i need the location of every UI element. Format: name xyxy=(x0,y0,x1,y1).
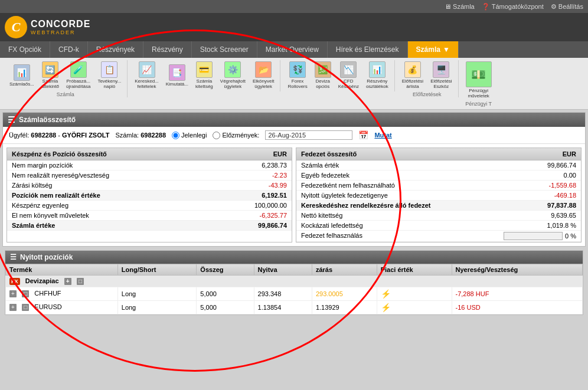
toolbar-arlista-btn[interactable]: 💰 Előfizetésiárlista xyxy=(400,60,426,90)
table-row: + □ CHFHUF Long 5,000 293.348 293.0005 ⚡… xyxy=(6,287,583,300)
col-row-0: Számla érték 99,866.74 xyxy=(296,160,581,171)
col-piaci-ertek: Piaci érték xyxy=(377,264,452,276)
product-eurusd: EURUSD xyxy=(34,303,61,310)
col-longshort: Long/Short xyxy=(117,264,197,276)
toolbar-attekinto-btn[interactable]: 🔄 Számlaáttekintő xyxy=(39,60,61,90)
col-row-1: Egyéb fedezetek 0.00 xyxy=(296,171,581,181)
lightning-chfhuf: ⚡ xyxy=(381,289,391,299)
date-input[interactable] xyxy=(265,130,352,140)
row-expand-btn-eurusd[interactable]: + xyxy=(9,304,17,311)
cash-row-6: Számla értéke 99,866.74 xyxy=(7,221,292,231)
row-icon-chfhuf[interactable]: □ xyxy=(22,290,29,297)
col-row-2: Fedezetként nem felhasználható -1,559.68 xyxy=(296,181,581,191)
col-zaras: zárás xyxy=(312,264,377,276)
history-radio-label[interactable]: Előzmények: xyxy=(213,132,259,139)
open-eurusd: 1.13854 xyxy=(254,300,312,314)
top-bar-account[interactable]: 🖥 Számla xyxy=(445,3,475,10)
top-bar-support[interactable]: ❓ Támogatóközpont xyxy=(482,3,544,11)
toolbar-group-reports: 📈 Keresked...feltételek 📑 Kimutatá... 💳 … xyxy=(129,60,280,91)
toolbar-group5-label: Pénzügyi T xyxy=(465,101,492,107)
toolbar-szamlaos-btn[interactable]: 📊 Számlaős... xyxy=(7,63,37,88)
longshort-eurusd: Long xyxy=(117,300,197,314)
toolbar-group-penzugyi: 💵 Pénzügyiműveletek Pénzügyi T xyxy=(460,60,498,107)
lightning-eurusd: ⚡ xyxy=(381,303,391,312)
toolbar-group1-label: Számla xyxy=(57,91,74,97)
toolbar-cfd-btn[interactable]: 📉 CFDKészpénz xyxy=(336,60,361,90)
nav-stock-screener[interactable]: Stock Screener xyxy=(192,41,257,58)
toolbar-kitettség-btn[interactable]: 💳 Számlakitettség xyxy=(193,60,215,90)
mutat-button[interactable]: Mutat xyxy=(374,132,391,139)
calendar-icon[interactable]: 📅 xyxy=(358,130,368,140)
nav-szamla[interactable]: Számla ▼ xyxy=(408,41,459,58)
positions-table-header: Termék Long/Short Összeg Nyitva zárás Pi… xyxy=(6,264,583,276)
table-row: + □ EURUSD Long 5,000 1.13854 1.13929 ⚡ … xyxy=(6,300,583,314)
positions-title: Nyitott pozíciók xyxy=(20,253,73,261)
cash-row-5: El nem könyvelt műveletek -6,325.77 xyxy=(7,211,292,221)
section-icon: ☰ xyxy=(8,115,15,124)
section-title: Számlaösszesítő xyxy=(19,116,76,124)
positions-panel: ☰ Nyitott pozíciók Termék Long/Short Öss… xyxy=(5,250,583,315)
cash-row-1: Nem realizált nyereség/veszteség -2.23 xyxy=(7,171,292,181)
current-radio-label[interactable]: Jelenlegi xyxy=(172,132,207,139)
nav-cfd[interactable]: CFD-k xyxy=(50,41,88,58)
row-expand-btn-chfhuf[interactable]: + xyxy=(9,290,17,297)
expand-btn[interactable]: + xyxy=(64,278,71,285)
toolbar-keresked-btn[interactable]: 📈 Keresked...feltételek xyxy=(132,60,161,90)
cash-summary-box: Készpénz és Pozíció összesítő EUR Nem ma… xyxy=(6,148,292,242)
group-row-devizapiac: FX Devizapiac + □ xyxy=(6,276,583,287)
open-chfhuf: 293.348 xyxy=(254,287,312,300)
toolbar-vegrehajt-btn[interactable]: ⚙️ Végrehajtottügyletek xyxy=(218,60,248,90)
logo-icon: C xyxy=(5,16,27,38)
positions-icon: ☰ xyxy=(10,253,17,261)
logo-text: CONCORDE WEBTRADER xyxy=(31,19,90,35)
toolbar-naplo-btn[interactable]: 📋 Tevékeny...napló xyxy=(95,60,123,90)
close-chfhuf: 293.0005 xyxy=(312,287,377,300)
progress-bar xyxy=(504,232,563,240)
amount-eurusd: 5,000 xyxy=(197,300,254,314)
row-icon-eurusd[interactable]: □ xyxy=(22,304,29,311)
current-radio[interactable] xyxy=(172,132,179,139)
col-row-7: Fedezet felhasználás 0 % xyxy=(296,231,581,242)
toolbar-elkonyv-btn[interactable]: 📂 Elkönyveltügyletek xyxy=(250,60,276,90)
history-radio[interactable] xyxy=(213,132,220,139)
account-label: Számla: 6982288 xyxy=(115,132,166,139)
market-eurusd: ⚡ xyxy=(377,300,452,314)
col-row-5: Nettó kitettség 9,639.65 xyxy=(296,211,581,221)
pnl-chfhuf: -7,288 HUF xyxy=(452,287,582,300)
toolbar-probaszamla-btn[interactable]: 🧪 Próbaszá...újraindítása xyxy=(64,60,93,90)
toolbar-reszveny-btn[interactable]: 📊 Részvényosztálékok xyxy=(364,60,391,90)
customer-label: Ügyfél: 6982288 - GYÖRFI ZSOLT xyxy=(9,132,109,139)
main-content: ☰ Számlaösszesítő Ügyfél: 6982288 - GYÖR… xyxy=(0,110,588,320)
toolbar-deviza-btn[interactable]: 💹 Devizaopciós xyxy=(312,60,334,90)
toolbar-kimutata-btn[interactable]: 📑 Kimutatá... xyxy=(164,63,191,88)
section-header: ☰ Számlaösszesítő xyxy=(3,113,585,127)
collateral-summary-box: Fedezet összesítő EUR Számla érték 99,86… xyxy=(296,148,582,242)
positions-header: ☰ Nyitott pozíciók xyxy=(5,251,583,264)
current-label: Jelenlegi xyxy=(181,132,207,139)
toolbar: 📊 Számlaős... 🔄 Számlaáttekintő 🧪 Próbas… xyxy=(0,58,588,110)
col-termek: Termék xyxy=(6,264,118,276)
nav-hirek[interactable]: Hírek és Elemzések xyxy=(328,41,408,58)
toolbar-group-szamla: 📊 Számlaős... 🔄 Számlaáttekintő 🧪 Próbas… xyxy=(4,60,128,97)
cash-summary-header: Készpénz és Pozíció összesítő EUR xyxy=(7,148,292,160)
cash-row-2: Zárási költség -43.99 xyxy=(7,181,292,191)
nav-reszveny[interactable]: Részvény xyxy=(143,41,192,58)
group-label: Devizapiac xyxy=(25,277,59,284)
top-bar-settings[interactable]: ⚙ Beállítás xyxy=(551,3,583,11)
nav-fx-options[interactable]: FX Opciók xyxy=(0,41,50,58)
close-eurusd: 1.13929 xyxy=(312,300,377,314)
col-row-3: Nyitott ügyletek fedezetigenye -469.18 xyxy=(296,191,581,201)
nav-market-overview[interactable]: Market Overview xyxy=(257,41,328,58)
toolbar-group-elofizetesek: 💰 Előfizetésiárlista 🖥️ ElőfizetésiEszkö… xyxy=(396,60,459,97)
market-chfhuf: ⚡ xyxy=(377,287,452,300)
pnl-eurusd: -16 USD xyxy=(452,300,582,314)
nav-reszvenyek[interactable]: Részvények xyxy=(88,41,143,58)
col-row-6: Kockázati lefedettség 1,019.8 % xyxy=(296,221,581,231)
collapse-btn[interactable]: □ xyxy=(77,278,84,285)
toolbar-forex-rollovers-btn[interactable]: 💱 ForexRollovers xyxy=(285,60,309,90)
summary-grid: Készpénz és Pozíció összesítő EUR Nem ma… xyxy=(3,144,585,246)
toolbar-group-forex: 💱 ForexRollovers 💹 Devizaopciós 📉 CFDKés… xyxy=(282,60,394,91)
cash-row-3: Pozíciók nem realizált értéke 6,192.51 xyxy=(7,191,292,201)
toolbar-penzugyi-btn[interactable]: 💵 Pénzügyiműveletek xyxy=(463,60,494,100)
toolbar-eszkoz-btn[interactable]: 🖥️ ElőfizetésiEszköz xyxy=(428,60,454,90)
